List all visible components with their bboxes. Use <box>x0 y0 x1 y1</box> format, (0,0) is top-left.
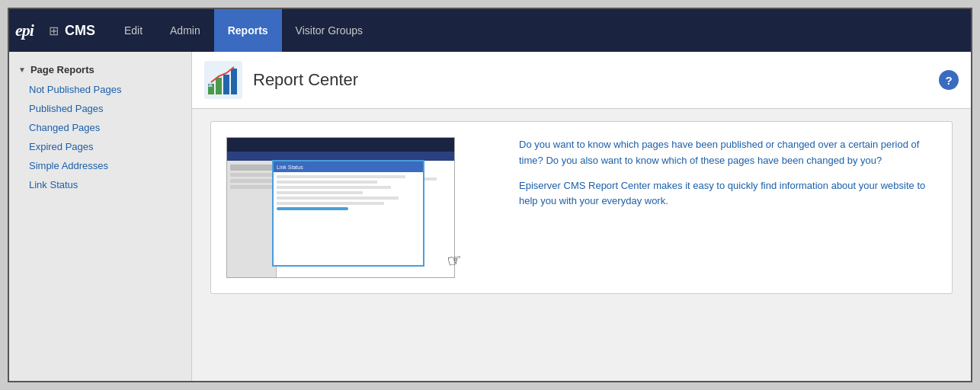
front-screenshot: Link Status <box>272 160 424 267</box>
cursor-hand-icon: ☞ <box>446 249 464 271</box>
ss-front-topbar: Link Status <box>274 161 423 172</box>
nav-item-visitor-groups[interactable]: Visitor Groups <box>282 9 376 52</box>
sidebar-arrow-icon: ▼ <box>18 66 26 74</box>
grid-icon[interactable]: ⊞ <box>49 24 59 38</box>
content-header: Report Center ? <box>192 52 971 109</box>
cms-label: CMS <box>65 23 95 39</box>
sidebar-item-expired[interactable]: Expired Pages <box>9 137 191 156</box>
sidebar-item-link-status[interactable]: Link Status <box>9 175 191 194</box>
nav-item-edit[interactable]: Edit <box>110 9 156 52</box>
sidebar-item-changed[interactable]: Changed Pages <box>9 118 191 137</box>
ss-back-sidebar <box>227 161 277 277</box>
svg-rect-3 <box>223 75 229 94</box>
sidebar-item-simple-addresses[interactable]: Simple Addresses <box>9 156 191 175</box>
sidebar: ▼ Page Reports Not Published Pages Publi… <box>9 52 192 381</box>
report-center-icon <box>204 61 242 99</box>
sidebar-item-published[interactable]: Published Pages <box>9 99 191 118</box>
logo-area: epi <box>15 21 34 40</box>
epi-logo: epi <box>15 21 34 40</box>
ss-front-body <box>274 172 423 216</box>
nav-item-reports[interactable]: Reports <box>214 9 282 52</box>
svg-rect-2 <box>216 78 222 94</box>
info-paragraph-1: Do you want to know which pages have bee… <box>519 137 937 169</box>
ss-front-title: Link Status <box>277 165 303 170</box>
sidebar-section-label: Page Reports <box>30 64 94 75</box>
app-frame: epi ⊞ CMS Edit Admin Reports Visitor Gro… <box>8 8 972 382</box>
main-area: ▼ Page Reports Not Published Pages Publi… <box>9 52 971 381</box>
svg-rect-4 <box>231 69 237 94</box>
page-title: Report Center <box>253 70 358 90</box>
info-text-area: Do you want to know which pages have bee… <box>519 137 937 219</box>
nav-item-admin[interactable]: Admin <box>156 9 214 52</box>
info-box: A Wherever you meet! <box>210 121 953 294</box>
sidebar-item-not-published[interactable]: Not Published Pages <box>9 80 191 99</box>
info-paragraph-2: Episerver CMS Report Center makes it eas… <box>519 178 937 210</box>
ss-back-topbar <box>227 138 454 152</box>
topbar: epi ⊞ CMS Edit Admin Reports Visitor Gro… <box>9 9 971 52</box>
main-nav: Edit Admin Reports Visitor Groups <box>110 9 376 52</box>
help-button[interactable]: ? <box>939 70 959 90</box>
screenshot-illustration: A Wherever you meet! <box>226 137 501 278</box>
sidebar-section-page-reports[interactable]: ▼ Page Reports <box>9 59 191 80</box>
content-area: Report Center ? <box>192 52 971 381</box>
